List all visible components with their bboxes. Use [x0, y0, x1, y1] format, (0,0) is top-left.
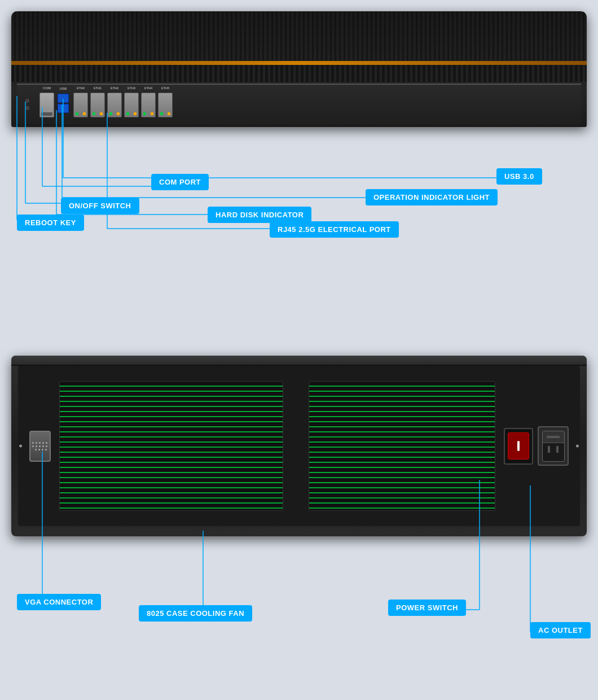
- lower-vent: [11, 65, 587, 82]
- right-panel: [504, 426, 569, 466]
- com-label: COM: [43, 86, 51, 90]
- com-port-visual: COM: [39, 93, 54, 117]
- eth4-port: ETH4: [141, 93, 156, 117]
- vga-port-visual: [29, 431, 51, 462]
- top-vent: [11, 11, 587, 61]
- vga-screw-left: [19, 445, 22, 448]
- eth5-port: ETH5: [158, 93, 173, 117]
- eth1-port: ETH1: [90, 93, 105, 117]
- bottom-device-section: VGA CONNECTOR 8025 CASE COOLING FAN POWE…: [11, 339, 587, 689]
- usb30-label: USB 3.0: [496, 168, 542, 185]
- vga-connector-label: VGA CONNECTOR: [17, 594, 101, 610]
- indicator-dot-1: [25, 99, 29, 103]
- usb-port-1: [58, 94, 69, 103]
- usb-port-2: [58, 104, 69, 113]
- top-device-section: COM USB ETH0 ETH1: [11, 11, 587, 231]
- ac-outlet-visual: [538, 426, 569, 466]
- chassis-bottom-body: [11, 356, 587, 536]
- usb-label: USB: [60, 87, 67, 90]
- vent-section-2: [309, 381, 495, 511]
- chassis-lip: [11, 356, 587, 366]
- left-indicators: [25, 99, 29, 110]
- rj45-label: RJ45 2.5G ELECTRICAL PORT: [270, 221, 399, 238]
- operation-indicator-label: OPERATION INDICATOR LIGHT: [366, 189, 498, 205]
- vga-screw-right: [576, 445, 579, 448]
- eth0-port: ETH0: [73, 93, 88, 117]
- com-port-label: COM PORT: [151, 174, 209, 190]
- eth2-port: ETH2: [107, 93, 122, 117]
- usb-ports-visual: USB: [58, 94, 69, 113]
- chassis-top-body: COM USB ETH0 ETH1: [11, 11, 587, 127]
- orange-stripe: [11, 61, 587, 65]
- rear-face-panel: [18, 366, 580, 526]
- power-switch-visual: [504, 428, 533, 465]
- cooling-fan-label: 8025 CASE COOLING FAN: [139, 605, 252, 622]
- ac-outlet-label: AC OUTLET: [530, 622, 591, 638]
- eth3-port: ETH3: [124, 93, 139, 117]
- reboot-key-label: REBOOT KEY: [17, 215, 84, 231]
- on-off-switch-label: ON/OFF SWITCH: [61, 198, 139, 214]
- hard-disk-indicator-label: HARD DISK INDICATOR: [208, 207, 311, 223]
- front-face-panel: COM USB ETH0 ETH1: [17, 84, 581, 124]
- vent-section-1: [59, 381, 283, 511]
- indicator-dot-2: [25, 106, 29, 110]
- power-switch-label: POWER SWITCH: [388, 600, 466, 616]
- eth-ports-visual: ETH0 ETH1 ETH2: [73, 93, 173, 117]
